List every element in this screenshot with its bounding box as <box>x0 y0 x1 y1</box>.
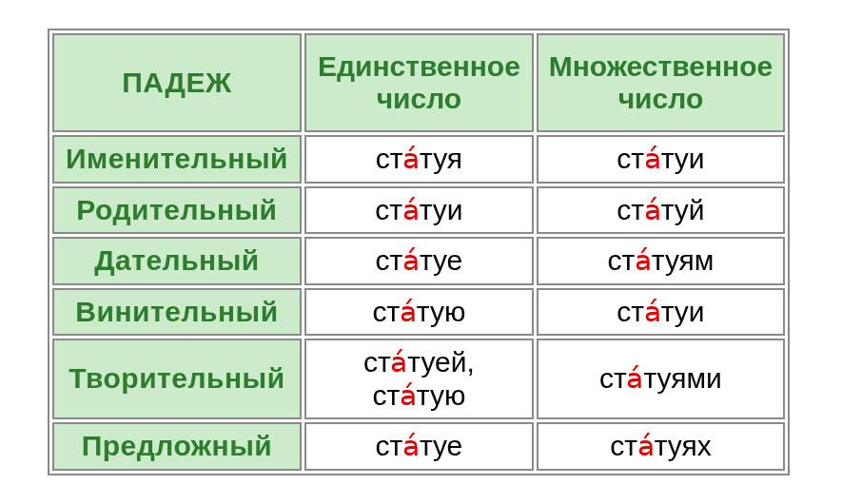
word-pre: ст <box>375 430 401 461</box>
header-plural-l1: Множественное <box>548 50 773 84</box>
word-pre: ст <box>617 143 643 174</box>
cell-singular: ста́туе <box>304 422 534 471</box>
word-post: туи <box>661 296 705 327</box>
header-case: ПАДЕЖ <box>52 33 302 132</box>
word-pre: ст <box>376 143 402 174</box>
word-post: тую <box>417 296 466 327</box>
case-name: Творительный <box>52 339 302 419</box>
word-pre: ст <box>617 296 643 327</box>
case-name: Именительный <box>52 135 302 184</box>
cell-plural: ста́туи <box>537 135 785 184</box>
word-pre: ст <box>375 244 401 276</box>
word-accent: а́ <box>402 143 420 174</box>
word-accent: а́ <box>644 194 661 225</box>
word-accent: а́ <box>644 296 661 327</box>
header-row: ПАДЕЖ Единственное число Множественное ч… <box>52 33 785 132</box>
header-singular-l1: Единственное <box>316 50 522 84</box>
word-pre: ст <box>599 362 626 394</box>
word-post: туя <box>420 143 462 174</box>
word-pre: ст <box>607 244 634 276</box>
word-pre: ст <box>372 296 399 327</box>
table-row: Родительный ста́туи ста́туй <box>52 186 785 235</box>
word-post: туями <box>643 362 721 394</box>
word-post: туе <box>420 430 462 461</box>
word-post: тую <box>417 379 466 411</box>
word-pre: ст <box>363 346 390 378</box>
header-singular: Единственное число <box>304 33 534 132</box>
word-pre: ст <box>375 194 401 225</box>
word-pre: ст <box>372 379 399 411</box>
word-accent: а́ <box>400 296 417 327</box>
cell-plural: ста́туями <box>537 339 785 419</box>
header-plural: Множественное число <box>537 33 785 132</box>
table-row: Винительный ста́тую ста́туи <box>52 288 785 337</box>
word-accent: а́ <box>402 194 420 225</box>
table-row: Предложный ста́туе ста́туях <box>52 422 785 471</box>
word-accent: а́ <box>400 379 417 411</box>
word-pre: ст <box>610 430 636 461</box>
case-name: Родительный <box>52 186 302 235</box>
cell-singular: ста́туи <box>304 186 534 235</box>
word-post: туям <box>652 244 715 276</box>
cell-plural: ста́туях <box>537 422 785 471</box>
header-singular-l2: число <box>316 83 522 116</box>
case-name: Винительный <box>52 288 302 337</box>
table-row: Именительный ста́туя ста́туи <box>52 135 785 184</box>
word-post: туе <box>420 244 462 276</box>
word-accent: а́ <box>644 143 661 174</box>
case-name: Дательный <box>52 237 302 285</box>
cell-singular: ста́туе <box>304 237 534 285</box>
cell-plural: ста́туи <box>537 288 785 337</box>
cell-singular: ста́тую <box>304 288 534 337</box>
declension-table: ПАДЕЖ Единственное число Множественное ч… <box>48 29 790 475</box>
cell-singular: ста́туей, ста́тую <box>304 339 534 419</box>
table-row: Творительный ста́туей, ста́тую ста́туями <box>52 339 785 419</box>
word-post: туи <box>661 143 705 174</box>
word-accent: а́ <box>402 244 420 276</box>
word-accent: а́ <box>637 430 655 461</box>
word-post: туях <box>655 430 712 461</box>
word-accent: а́ <box>402 430 420 461</box>
cell-plural: ста́туям <box>537 237 785 285</box>
word-post: туй <box>661 194 705 225</box>
table-row: Дательный ста́туе ста́туям <box>52 237 785 285</box>
word-accent: а́ <box>390 346 407 378</box>
case-name: Предложный <box>52 422 302 471</box>
word-post: туей, <box>407 346 475 378</box>
cell-plural: ста́туй <box>537 186 785 235</box>
cell-singular: ста́туя <box>304 135 534 184</box>
header-plural-l2: число <box>548 83 773 116</box>
word-accent: а́ <box>626 362 643 394</box>
word-post: туи <box>420 194 463 225</box>
word-pre: ст <box>617 194 643 225</box>
word-accent: а́ <box>635 244 652 276</box>
